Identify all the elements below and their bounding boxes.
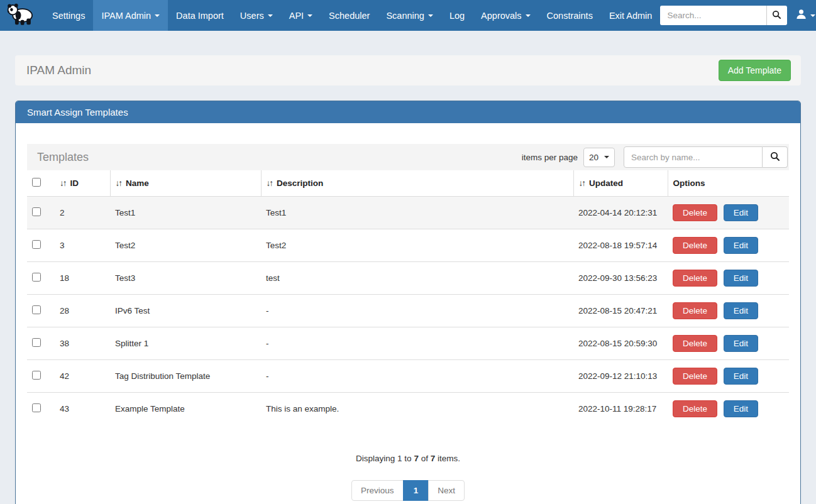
column-header-id[interactable]: ↓↑ID (55, 170, 110, 197)
column-header-updated[interactable]: ↓↑Updated (573, 170, 668, 197)
table-row: 2 Test1 Test1 2022-04-14 20:12:31 Delete… (27, 197, 789, 229)
nav-item-exit-admin[interactable]: Exit Admin (601, 0, 661, 31)
items-per-page-label: items per page (522, 153, 578, 162)
cell-id: 3 (55, 229, 110, 262)
select-all-header (27, 170, 55, 197)
nav-item-users[interactable]: Users (232, 0, 281, 31)
next-page-button[interactable]: Next (428, 480, 465, 501)
cell-description: - (261, 327, 573, 360)
caret-down-icon (307, 14, 312, 17)
sort-icon: ↓↑ (267, 178, 273, 188)
nav-item-data-import[interactable]: Data Import (168, 0, 232, 31)
nav-item-scanning[interactable]: Scanning (378, 0, 441, 31)
user-icon (796, 9, 807, 22)
caret-down-icon (155, 14, 160, 17)
row-checkbox[interactable] (32, 371, 41, 380)
nav-item-approvals[interactable]: Approvals (473, 0, 538, 31)
name-search-button[interactable] (763, 146, 788, 168)
cell-name: Test2 (110, 229, 261, 262)
search-icon (770, 151, 780, 163)
name-search-input[interactable] (624, 146, 763, 168)
edit-button[interactable]: Edit (724, 335, 758, 352)
page-1-button[interactable]: 1 (403, 480, 429, 501)
table-row: 3 Test2 Test2 2022-08-18 19:57:14 Delete… (27, 229, 789, 262)
table-row: 38 Splitter 1 - 2022-08-15 20:59:30 Dele… (27, 327, 789, 360)
delete-button[interactable]: Delete (673, 237, 717, 254)
global-search-input[interactable] (660, 6, 767, 25)
row-checkbox[interactable] (32, 403, 41, 412)
results-summary: Displaying 1 to 7 of 7 items. (27, 454, 789, 463)
table-row: 43 Example Template This is an example. … (27, 393, 789, 425)
add-template-button[interactable]: Add Template (719, 60, 791, 81)
cell-id: 43 (55, 393, 110, 425)
cell-id: 42 (55, 360, 110, 393)
caret-down-icon (810, 14, 815, 17)
row-checkbox[interactable] (32, 207, 41, 216)
cell-updated: 2022-04-14 20:12:31 (573, 197, 668, 229)
global-search (660, 6, 787, 25)
items-per-page-select[interactable]: 20 (583, 148, 615, 167)
delete-button[interactable]: Delete (673, 368, 717, 385)
nav-item-scheduler[interactable]: Scheduler (321, 0, 378, 31)
templates-table: ↓↑ID ↓↑Name ↓↑Description ↓↑Updated Opti (27, 170, 789, 425)
cell-description: - (261, 360, 573, 393)
cell-id: 2 (55, 197, 110, 229)
brand-logo[interactable] (0, 0, 44, 31)
navbar: Settings IPAM Admin Data Import Users AP… (0, 0, 816, 31)
caret-down-icon (526, 14, 531, 17)
cell-name: Example Template (110, 393, 261, 425)
search-icon (772, 10, 781, 21)
edit-button[interactable]: Edit (724, 368, 758, 385)
cell-name: Splitter 1 (110, 327, 261, 360)
column-header-description[interactable]: ↓↑Description (261, 170, 573, 197)
caret-down-icon (428, 14, 433, 17)
edit-button[interactable]: Edit (724, 204, 758, 221)
global-search-button[interactable] (767, 6, 787, 25)
cell-description: - (261, 295, 573, 327)
delete-button[interactable]: Delete (673, 270, 717, 287)
column-header-options: Options (668, 170, 789, 197)
delete-button[interactable]: Delete (673, 400, 717, 417)
page-header: IPAM Admin Add Template (15, 55, 801, 85)
edit-button[interactable]: Edit (724, 270, 758, 287)
row-checkbox[interactable] (32, 273, 41, 282)
panel-title: Smart Assign Templates (16, 101, 800, 123)
name-search (624, 146, 788, 168)
nav-item-constraints[interactable]: Constraints (539, 0, 601, 31)
row-checkbox[interactable] (32, 338, 41, 347)
row-checkbox[interactable] (32, 240, 41, 249)
cell-updated: 2022-08-15 20:59:30 (573, 327, 668, 360)
delete-button[interactable]: Delete (673, 335, 717, 352)
delete-button[interactable]: Delete (673, 204, 717, 221)
cell-updated: 2022-10-11 19:28:17 (573, 393, 668, 425)
sort-icon: ↓↑ (60, 178, 66, 188)
column-header-name[interactable]: ↓↑Name (110, 170, 261, 197)
toolbar-title: Templates (37, 151, 89, 164)
nav-item-settings[interactable]: Settings (44, 0, 93, 31)
edit-button[interactable]: Edit (724, 237, 758, 254)
cell-updated: 2022-08-18 19:57:14 (573, 229, 668, 262)
cell-updated: 2022-08-15 20:47:21 (573, 295, 668, 327)
page-title: IPAM Admin (26, 63, 91, 77)
cell-description: This is an example. (261, 393, 573, 425)
previous-page-button[interactable]: Previous (351, 480, 404, 501)
user-menu[interactable] (796, 9, 815, 22)
row-checkbox[interactable] (32, 305, 41, 314)
nav-item-ipam-admin[interactable]: IPAM Admin (93, 0, 168, 31)
cell-id: 38 (55, 327, 110, 360)
cell-description: Test1 (261, 197, 573, 229)
select-all-checkbox[interactable] (32, 178, 41, 187)
sort-icon: ↓↑ (579, 178, 585, 188)
edit-button[interactable]: Edit (724, 400, 758, 417)
nav-item-api[interactable]: API (281, 0, 321, 31)
cell-name: Test3 (110, 262, 261, 295)
table-row: 28 IPv6 Test - 2022-08-15 20:47:21 Delet… (27, 295, 789, 327)
edit-button[interactable]: Edit (724, 302, 758, 319)
nav-item-log[interactable]: Log (441, 0, 473, 31)
cell-id: 18 (55, 262, 110, 295)
delete-button[interactable]: Delete (673, 302, 717, 319)
pagination: Previous 1 Next (27, 480, 789, 501)
table-toolbar: Templates items per page 20 (27, 144, 789, 170)
table-row: 18 Test3 test 2022-09-30 13:56:23 Delete… (27, 262, 789, 295)
panda-logo-icon (6, 3, 34, 29)
